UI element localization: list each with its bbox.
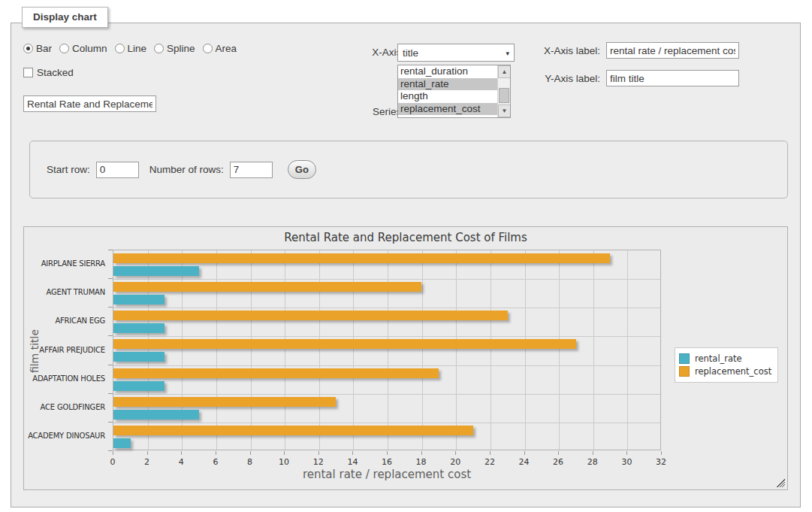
gridline-horizontal	[113, 336, 660, 337]
category-label: ACADEMY DINOSAUR	[27, 432, 105, 440]
gridline-horizontal	[113, 365, 660, 366]
x-tick-label: 24	[513, 457, 536, 467]
start-row-input[interactable]	[96, 162, 139, 178]
bar-rental_rate	[113, 352, 165, 362]
bar-replacement_cost	[113, 397, 336, 407]
legend-swatch-rental_rate	[679, 353, 690, 364]
scrollbar-thumb[interactable]	[499, 88, 509, 103]
x-tick-mark	[352, 451, 353, 455]
bar-rental_rate	[113, 323, 165, 333]
legend-row: rental_rate	[679, 353, 771, 364]
gridline-vertical	[182, 250, 183, 450]
radio-icon[interactable]	[154, 44, 164, 53]
series-select-label: Series:	[353, 106, 404, 117]
gridline-horizontal	[113, 308, 660, 308]
bar-replacement_cost	[113, 282, 421, 292]
y-tick-mark	[108, 422, 113, 423]
start-row-label: Start row:	[47, 164, 90, 175]
fieldset-legend: Display chart	[22, 7, 108, 28]
gridline-vertical	[216, 250, 217, 450]
chart-title: Rental Rate and Replacement Cost of Film…	[24, 231, 787, 244]
stacked-checkbox[interactable]	[23, 68, 33, 77]
x-tick-label: 30	[615, 457, 638, 467]
series-option-rental_duration[interactable]: rental_duration	[398, 65, 510, 78]
chart-type-radio-line[interactable]: Line	[115, 43, 147, 54]
chart-type-radio-bar[interactable]: Bar	[23, 43, 52, 54]
gridline-vertical	[148, 250, 149, 450]
series-option-replacement_cost[interactable]: replacement_cost	[398, 103, 510, 116]
legend-swatch-replacement_cost	[679, 366, 690, 377]
y-tick-mark	[108, 278, 113, 279]
series-select[interactable]: rental_durationrental_ratelengthreplacem…	[397, 65, 511, 118]
chart-type-radio-spline[interactable]: Spline	[154, 43, 195, 54]
y-tick-mark	[108, 250, 113, 250]
bar-rental_rate	[113, 438, 131, 448]
series-option-rental_rate[interactable]: rental_rate	[398, 78, 510, 91]
gridline-vertical	[251, 250, 252, 450]
stacked-checkbox-row[interactable]: Stacked	[23, 67, 74, 78]
scroll-down-icon[interactable]: ▼	[498, 105, 511, 117]
num-rows-input[interactable]	[230, 162, 273, 178]
row-params-panel: Start row: Number of rows: Go	[29, 141, 788, 198]
x-axis-select-label: X-Axis:	[353, 47, 404, 58]
bar-replacement_cost	[113, 339, 576, 349]
scroll-up-icon[interactable]: ▲	[498, 65, 511, 78]
gridline-horizontal	[113, 423, 660, 423]
resize-handle-icon[interactable]	[777, 479, 785, 487]
bar-rental_rate	[113, 410, 199, 420]
go-button[interactable]: Go	[288, 160, 316, 179]
x-tick-label: 22	[478, 457, 501, 467]
gridline-vertical	[456, 250, 457, 450]
series-scrollbar[interactable]: ▲ ▼	[497, 65, 510, 117]
x-tick-label: 12	[307, 457, 330, 467]
chart-type-radio-area[interactable]: Area	[203, 43, 237, 54]
bar-replacement_cost	[113, 311, 508, 320]
x-tick-mark	[661, 451, 662, 455]
legend-label: replacement_cost	[695, 366, 771, 377]
category-label: AFRICAN EGG	[27, 317, 105, 325]
radio-icon[interactable]	[23, 44, 33, 53]
bar-rental_rate	[113, 381, 165, 391]
chart-type-radio-group: BarColumnLineSplineArea	[23, 43, 237, 54]
chart-title-input[interactable]	[23, 95, 156, 112]
series-option-length[interactable]: length	[398, 90, 510, 103]
gridline-vertical	[353, 250, 354, 450]
gridline-vertical	[319, 250, 320, 450]
radio-icon[interactable]	[203, 44, 213, 53]
x-axis-select-value: title	[403, 47, 418, 59]
x-tick-label: 8	[239, 457, 261, 467]
x-tick-label: 6	[204, 457, 227, 467]
radio-label: Spline	[167, 43, 195, 54]
bar-rental_rate	[113, 266, 199, 276]
gridline-vertical	[285, 250, 285, 450]
x-tick-mark	[524, 451, 525, 455]
x-tick-mark	[593, 451, 593, 455]
x-tick-mark	[216, 451, 216, 455]
bar-replacement_cost	[113, 426, 473, 435]
bar-replacement_cost	[113, 253, 610, 263]
chart-x-axis-title: rental rate / replacement cost	[113, 468, 661, 481]
x-tick-mark	[490, 451, 491, 455]
y-axis-label-input[interactable]	[606, 70, 739, 86]
x-axis-label-input[interactable]	[606, 42, 739, 59]
y-axis-label-label: Y-Axis label:	[537, 73, 600, 84]
y-tick-mark	[108, 307, 113, 308]
category-label: AIRPLANE SIERRA	[27, 259, 105, 268]
chart-plot-area	[113, 250, 661, 450]
chart-type-radio-column[interactable]: Column	[59, 43, 107, 54]
gridline-vertical	[491, 250, 491, 450]
x-tick-mark	[626, 451, 627, 455]
gridline-vertical	[422, 250, 423, 450]
y-tick-mark	[108, 335, 113, 336]
x-tick-label: 14	[341, 457, 364, 467]
radio-label: Column	[72, 43, 107, 54]
num-rows-label: Number of rows:	[149, 164, 224, 175]
bar-rental_rate	[113, 295, 165, 304]
gridline-vertical	[388, 250, 388, 450]
x-tick-mark	[181, 451, 182, 455]
gridline-vertical	[593, 250, 594, 450]
radio-icon[interactable]	[59, 44, 69, 53]
x-axis-select[interactable]: title ▾	[397, 44, 515, 62]
radio-icon[interactable]	[115, 44, 125, 53]
stacked-label: Stacked	[37, 67, 74, 78]
